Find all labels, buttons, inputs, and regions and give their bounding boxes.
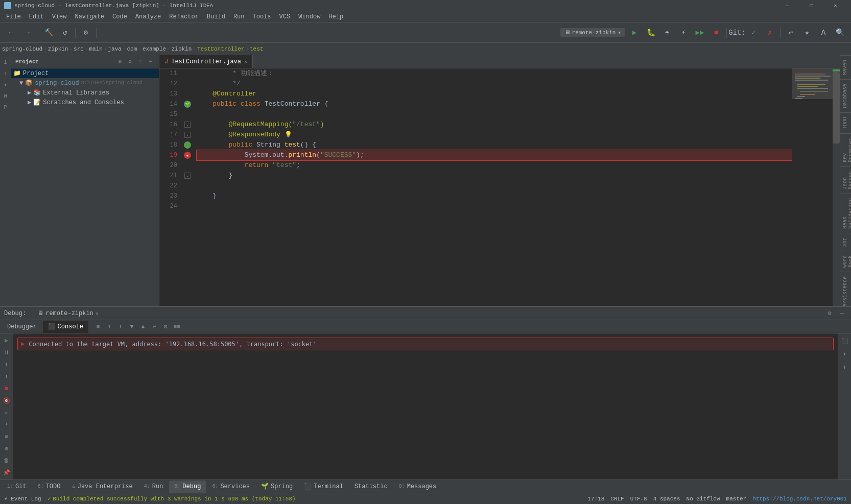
tool-tab-terminal[interactable]: ⬛ Terminal	[299, 481, 348, 493]
bc-zipkin2[interactable]: zipkin	[172, 46, 192, 52]
bc-method[interactable]: test	[250, 46, 263, 52]
bc-example[interactable]: example	[143, 46, 166, 52]
database-panel-label[interactable]: Database	[840, 79, 851, 112]
git-status[interactable]: Git:	[730, 26, 744, 40]
debug-icon-7[interactable]: ⊠	[161, 322, 170, 331]
tool-tab-spring[interactable]: 🌱 Spring	[256, 481, 298, 493]
maximize-button[interactable]: □	[800, 0, 823, 11]
project-root-item[interactable]: 📁 Project	[11, 68, 159, 78]
debug-icon-4[interactable]: ▼	[127, 322, 136, 331]
bc-src[interactable]: src	[74, 46, 84, 52]
maven-panel-label[interactable]: Maven	[840, 55, 851, 79]
undo-button[interactable]: ↩	[784, 26, 798, 40]
back-button[interactable]: ←	[4, 26, 18, 40]
build-button[interactable]: 🔨	[41, 26, 56, 40]
debug-icon-1[interactable]: ≡	[93, 322, 103, 331]
indent[interactable]: 4 spaces	[653, 496, 680, 502]
debug-pause-btn[interactable]: ⏸	[2, 348, 12, 358]
translate-button[interactable]: A	[816, 26, 831, 40]
debug-right-btn-3[interactable]: ⬇	[840, 362, 850, 372]
debug-icon-6[interactable]: ↩	[150, 322, 159, 331]
debug-stop-btn[interactable]: ■	[2, 383, 12, 394]
structure-toggle[interactable]: ↕	[1, 68, 11, 79]
settings-button[interactable]: ≡	[136, 58, 145, 66]
cursor-pos[interactable]: 17:18	[587, 496, 604, 502]
scratches-item[interactable]: ▶ 📝 Scratches and Consoles	[11, 98, 159, 107]
debug-icon-3[interactable]: ⬇	[116, 322, 125, 331]
editor-scrollbar[interactable]	[833, 68, 840, 306]
todo-panel-label[interactable]: TODO	[840, 112, 851, 133]
spring-cloud-item[interactable]: ▼ 📦 spring-cloud D:\IDEA\spring-cloud	[11, 78, 159, 88]
settings-button[interactable]: ⚙	[79, 26, 93, 40]
git-cross[interactable]: ✗	[763, 26, 777, 40]
tool-tab-messages[interactable]: 0: Messages	[394, 481, 442, 493]
debug-restart-btn[interactable]: ▶	[2, 335, 12, 346]
close-button[interactable]: ✕	[824, 0, 847, 11]
git-flow[interactable]: No Gitflow	[687, 496, 720, 502]
tool-tab-services[interactable]: 6: Services	[207, 481, 255, 493]
file-tab-testcontroller[interactable]: J TestController.java ✕	[159, 55, 253, 68]
tool-tab-run[interactable]: 4: Run	[139, 481, 169, 493]
debug-pin-btn[interactable]: 📌	[2, 468, 12, 478]
file-tab-close[interactable]: ✕	[244, 59, 247, 65]
bc-springcloud[interactable]: spring-cloud	[2, 46, 42, 52]
debug-right-btn-2[interactable]: ⬆	[840, 349, 850, 359]
menu-edit[interactable]: Edit	[25, 11, 48, 22]
run-button[interactable]: ▶	[627, 26, 642, 40]
debug-settings-strip-btn[interactable]: ⚙	[2, 444, 12, 454]
debug-icon-5[interactable]: ▲	[138, 322, 148, 331]
console-output[interactable]: ▶ Connected to the target VM, address: '…	[13, 333, 838, 479]
bc-file[interactable]: TestController	[197, 46, 244, 52]
fold-17[interactable]: -	[184, 132, 191, 138]
debug-delete-btn[interactable]: 🗑	[2, 455, 12, 466]
bc-main[interactable]: main	[89, 46, 102, 52]
cog-button[interactable]: ⚙	[126, 58, 134, 66]
run-config-selector[interactable]: 🖥 remote-zipkin ▾	[560, 28, 625, 37]
tool-tab-java-enterprise[interactable]: ☕ Java Enterprise	[66, 481, 137, 493]
persistence-label[interactable]: Persistence	[840, 272, 851, 306]
external-libraries-item[interactable]: ▶ 📚 External Libraries	[11, 88, 159, 98]
json-parser-label[interactable]: Json Parser	[840, 166, 851, 194]
debug-edit-btn[interactable]: ✏	[2, 407, 12, 418]
console-tab[interactable]: ⬛ Console	[43, 321, 88, 333]
git-checkmark[interactable]: ✓	[746, 26, 761, 40]
persistence-toggle[interactable]: P	[1, 102, 11, 112]
project-toggle[interactable]: 1	[1, 57, 11, 67]
bc-java[interactable]: java	[108, 46, 121, 52]
menu-navigate[interactable]: Navigate	[70, 11, 108, 22]
menu-build[interactable]: Build	[203, 11, 229, 22]
coverage-button[interactable]: ☂	[660, 26, 674, 40]
menu-refactor[interactable]: Refactor	[165, 11, 203, 22]
word-book-label[interactable]: Word Book	[840, 251, 851, 272]
web-toggle[interactable]: W	[1, 91, 11, 101]
git-branch[interactable]: master	[726, 496, 747, 502]
bc-com[interactable]: com	[127, 46, 137, 52]
locate-button[interactable]: ⊕	[116, 58, 124, 66]
ant-label[interactable]: Ant	[840, 233, 851, 251]
debug-list-btn[interactable]: ≡	[2, 431, 12, 442]
menu-tools[interactable]: Tools	[249, 11, 275, 22]
menu-file[interactable]: File	[2, 11, 25, 22]
bean-validation-label[interactable]: Bean Validation	[840, 194, 851, 233]
menu-window[interactable]: Window	[294, 11, 324, 22]
tool-tab-debug[interactable]: 5: Debug	[169, 481, 206, 493]
favorites-toggle[interactable]: ★	[1, 80, 11, 90]
code-content[interactable]: * 功能描述： */ @Controller public class Test…	[193, 68, 792, 306]
menu-code[interactable]: Code	[108, 11, 131, 22]
menu-analyze[interactable]: Analyze	[131, 11, 165, 22]
debug-settings-btn[interactable]: ⚙	[824, 308, 835, 319]
scrollbar-thumb[interactable]	[833, 72, 840, 143]
search-everywhere[interactable]: 🔍	[833, 26, 847, 40]
profile-button[interactable]: ⚡	[676, 26, 691, 40]
tool-tab-git[interactable]: 1: Git	[2, 481, 32, 493]
debug-session-close[interactable]: ✕	[96, 310, 99, 317]
fold-16[interactable]: -	[184, 122, 191, 128]
breakpoint-icon[interactable]: ●	[184, 152, 191, 159]
debug-session-tab[interactable]: 🖥 remote-zipkin ✕	[32, 307, 104, 320]
menu-help[interactable]: Help	[324, 11, 347, 22]
csdn-url[interactable]: https://blog.csdn.net/ory001	[752, 496, 847, 502]
minimize-button[interactable]: —	[776, 0, 799, 11]
key-promoter-label[interactable]: Key Promoter X	[840, 133, 851, 166]
bookmark-button[interactable]: ★	[800, 26, 814, 40]
debug-mute-btn[interactable]: 🔇	[2, 396, 12, 406]
